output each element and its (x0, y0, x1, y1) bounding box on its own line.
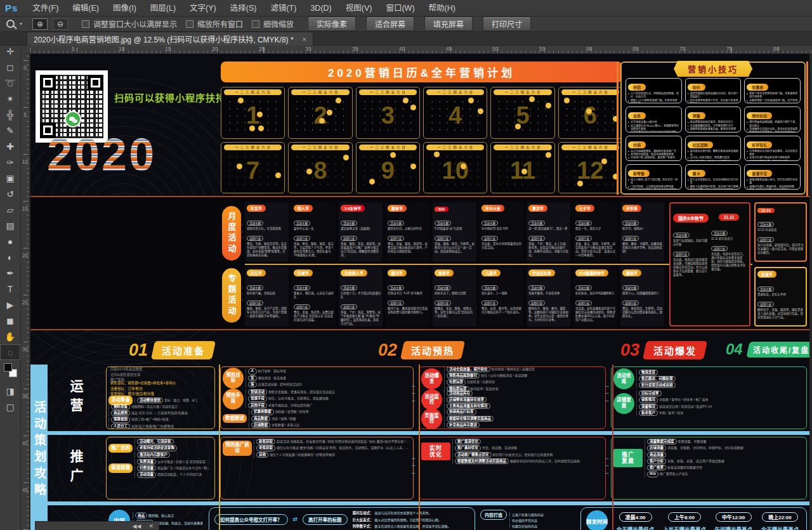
activity-card: 踏青节 活动主题 踏青有约月，过春日好时光 适用行业 食品、美妆、服饰、旅游等，… (386, 202, 429, 262)
option-button[interactable]: 实际像素 (308, 16, 356, 31)
tool-button[interactable]: ◻ (0, 59, 20, 75)
tool-button[interactable]: T (0, 281, 20, 297)
menu-item[interactable]: 滤镜(T) (263, 0, 303, 16)
ruler-number: 25 (22, 300, 29, 306)
menu-item[interactable]: 编辑(E) (65, 0, 106, 16)
tool-button[interactable]: ➰ (0, 75, 20, 91)
tool-glyph-icon: ● (8, 236, 13, 247)
mindmap-zone: 运营 回顾2019年运营数据访问&销售额增 (48, 365, 809, 530)
menu-item[interactable]: 文件(F) (25, 0, 65, 16)
tool-button[interactable]: ✒ (0, 265, 20, 281)
activity-title: 年中大促 (481, 205, 504, 212)
chevron-down-icon[interactable]: ▾ (20, 21, 22, 27)
industry-label: 适用行业 (622, 236, 639, 241)
month-calendar: 一 二 三 四 五 六 日 2 (288, 87, 352, 139)
ruler-number: 20 (22, 253, 29, 259)
tool-button[interactable]: ▱ (0, 202, 20, 217)
tool-button[interactable]: ✚ (0, 138, 20, 154)
option-checkbox[interactable]: 调整窗口大小以满屏显示 (82, 18, 177, 29)
tool-button[interactable]: ◌ (0, 344, 20, 360)
menu-item[interactable]: 帮助(H) (422, 0, 462, 16)
menu-item[interactable]: 选择(S) (223, 0, 264, 16)
group-item: 人员分工运营/设计/客服/推广/仓储/物流 (108, 423, 213, 429)
option-checkbox[interactable]: 缩放所有窗口 (186, 18, 243, 29)
option-checkbox[interactable]: 细微缩放 (252, 18, 294, 29)
tool-button[interactable]: ● (0, 233, 20, 249)
group-item: 访问&销售额增长率 (108, 373, 213, 377)
mindmap-group: 页面监控 热销商品打标签根据转化情况调整页面商品补货商品库存跟进 (421, 410, 603, 427)
group-item: 货爆款测试 · 热卖准备 (246, 375, 411, 381)
close-icon[interactable]: ✕ (148, 523, 154, 529)
tip-line: 引导晒单好评送积分或优惠券，沉淀优质买家秀 (747, 150, 798, 157)
tool-button[interactable]: ↺ (0, 186, 20, 202)
tip-card: 限时折扣 限时限量营造稀缺感，刺激用户即时下单，到点即止高频爆款引流低价专区，带… (744, 107, 801, 132)
theme-label: 活动主题 (575, 285, 592, 290)
collapse-icon[interactable]: ◀◀ (133, 523, 141, 529)
menu-item[interactable]: 图层(L) (143, 0, 183, 16)
menu-item[interactable]: 3D(D) (303, 0, 338, 16)
checkbox-label: 细微缩放 (263, 18, 294, 29)
zoom-out-toggle[interactable]: ⊖ (53, 18, 68, 30)
tool-button[interactable]: ▢ (0, 399, 20, 415)
tool-button[interactable]: ✋ (0, 328, 20, 344)
month-number: 9 (357, 149, 419, 193)
industry-label: 适用行业 (247, 301, 263, 306)
poster-document[interactable]: 扫码可以获得小程序扶持 2020 小程序电商 营销地图 2020营销日历&全年营… (30, 54, 809, 530)
item-detail: 各渠道流量转化数据评估 (667, 465, 702, 469)
month-calendar: 一 二 三 四 五 六 日 11 (490, 142, 554, 194)
tool-button[interactable]: ╬ (0, 107, 20, 122)
time-note: 午间曝光最高点 (715, 525, 753, 530)
menu-item[interactable]: 视图(V) (339, 0, 379, 16)
menu-item[interactable]: 图像(I) (106, 0, 143, 16)
tool-button[interactable]: ✴ (0, 91, 20, 107)
option-button[interactable]: 适合屏幕 (366, 16, 414, 31)
flow-arrows-icon (604, 382, 610, 404)
checkbox-icon[interactable] (82, 20, 89, 28)
tool-button[interactable]: ▶ (0, 297, 20, 313)
checkbox-icon[interactable] (252, 20, 259, 28)
tool-button[interactable]: ◨ (0, 383, 20, 399)
row-columns: 推广目的 活动曝光、引流获客老客持续活跃促进复购激活站内沉默客户 渠道梳理 (103, 435, 809, 501)
activities-band: 月度活动 专题活动 年货节 活动主题 迎新年货大礼，年货提前购 适用行业 食品、… (30, 196, 809, 330)
industry-label: 适用行业 (757, 237, 774, 242)
phase-label: 活动准备 (162, 344, 205, 357)
foreground-color-swatch[interactable] (4, 363, 12, 372)
close-icon[interactable]: × (303, 36, 306, 43)
activity-title: 踏青节 (388, 205, 407, 212)
group-item: 活动整体规划目标 · 盘点 · 预算 · 分工 (134, 398, 213, 403)
tool-button[interactable]: ▤ (0, 217, 20, 233)
option-button[interactable]: 打印尺寸 (483, 16, 531, 31)
document-tab[interactable]: 2020小程序电商营销地图.jpg @ 12.5% (扫码可以获得小程序扶持, … (27, 32, 313, 46)
zoom-tool-icon[interactable] (6, 20, 15, 28)
activity-card: 白色情人节 活动主题 白色情人节，不可错过的浪漫回礼 适用行业 美妆、个护、饰品… (339, 267, 383, 326)
canvas-area[interactable]: 扫码可以获得小程序扶持 2020 小程序电商 营销地图 2020营销日历&全年营… (30, 54, 812, 530)
color-swatches[interactable] (1, 362, 19, 381)
tool-button[interactable]: ◐ (0, 249, 20, 265)
industry-text: 数码、教育、书籍等，如教育类商家可主推开学季，商品迎新促销！ (622, 242, 662, 254)
option-button[interactable]: 填充屏幕 (424, 16, 473, 31)
option-buttons: 实际像素适合屏幕填充屏幕打印尺寸 (298, 16, 531, 31)
menu-item[interactable]: 文字(Y) (183, 0, 223, 16)
menu-item[interactable]: 窗口(W) (379, 0, 421, 16)
floating-panel-bar[interactable]: ◀◀ ✕ (35, 521, 159, 530)
item-label: 优惠券数据 (251, 409, 274, 415)
tool-button[interactable]: ✎ (0, 122, 20, 138)
group-item: 根据数据及时调整活动页面商品根据转化较好排位的商品上浮，实时调优货品结构 (452, 458, 603, 464)
item-detail: 裂变活动 海报裂变、好友助力传播 / 拼团 利用分销迅速持续裂变 / 砍价 邀请… (277, 439, 411, 443)
zoom-in-toggle[interactable]: ⊕ (32, 18, 48, 30)
item-label: 访问&销售额增长率 (110, 373, 141, 377)
tool-button[interactable]: ◼ (0, 313, 20, 328)
group-items: 活动整体规划目标 · 盘点 · 预算 · 分工 (134, 398, 213, 403)
mindmap-group: 数据跟进 优惠券数据领券数 / 使用数 / 转化率商品数据浏览 / 加购 / 收… (223, 410, 411, 427)
activity-card: 元宵节 活动主题 集福卡、猜灯谜，元宵佳节送好礼 适用行业 食品、美妆、饰品等，… (292, 267, 336, 326)
ruler-number: 80 (773, 46, 779, 52)
send-time-entry: 凌晨4:00 全天曝光最低点 (617, 510, 655, 530)
item-label: 流量情况 (639, 404, 658, 410)
tool-button[interactable]: ▣ (0, 170, 20, 186)
tool-button[interactable]: ✑ (0, 154, 20, 170)
checkbox-icon[interactable] (186, 20, 193, 28)
group-item: 主推商品流量及转化情况 (444, 403, 603, 409)
ruler-number: 40 (22, 441, 29, 446)
mindmap-row: 运营 回顾2019年运营数据访问&销售额增 (48, 365, 809, 435)
phase-number: 02 (378, 340, 397, 360)
